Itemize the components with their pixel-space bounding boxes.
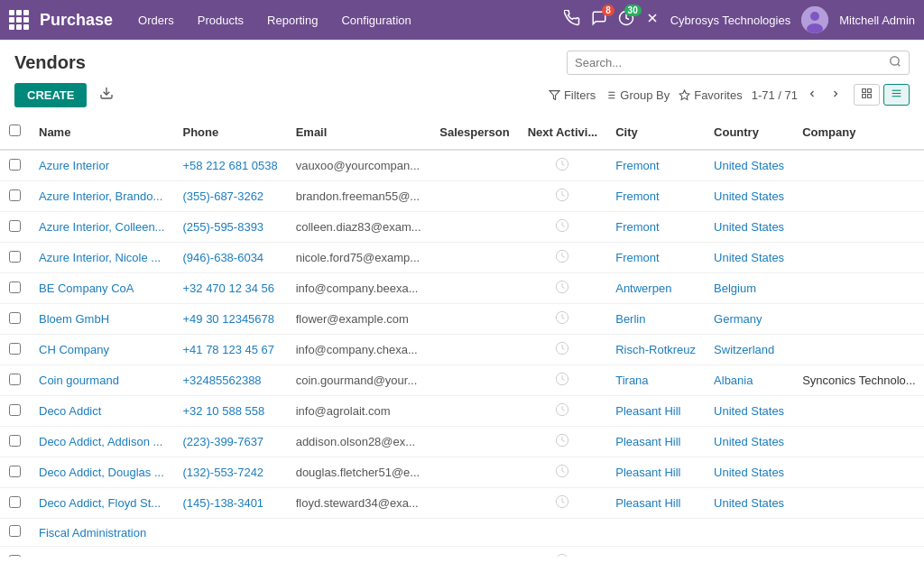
row-checkbox-cell[interactable] bbox=[0, 547, 30, 558]
messages-icon[interactable]: 8 bbox=[591, 10, 607, 30]
vendor-country[interactable]: Switzerland bbox=[705, 335, 793, 365]
col-company[interactable]: Company bbox=[793, 115, 924, 150]
vendor-next-activity[interactable] bbox=[519, 335, 607, 365]
vendor-next-activity[interactable] bbox=[519, 427, 607, 457]
row-checkbox-cell[interactable] bbox=[0, 457, 30, 488]
vendor-name[interactable]: Azure Interior bbox=[30, 150, 173, 181]
vendor-country[interactable]: United States bbox=[705, 243, 793, 273]
vendor-city[interactable]: Antwerpen bbox=[606, 273, 705, 304]
vendor-city[interactable] bbox=[606, 519, 705, 547]
vendor-name[interactable]: BE Company CoA bbox=[30, 273, 173, 304]
vendor-country[interactable]: United States bbox=[705, 150, 793, 181]
row-checkbox[interactable] bbox=[9, 251, 21, 263]
row-checkbox-cell[interactable] bbox=[0, 150, 30, 181]
view-list-button[interactable] bbox=[883, 84, 910, 106]
vendor-city[interactable]: Tirana bbox=[606, 365, 705, 396]
apps-icon[interactable] bbox=[9, 10, 29, 30]
row-checkbox-cell[interactable] bbox=[0, 427, 30, 457]
create-button[interactable]: CREATE bbox=[14, 83, 87, 107]
vendor-phone[interactable]: (946)-638-6034 bbox=[173, 243, 286, 273]
vendor-next-activity[interactable] bbox=[519, 365, 607, 396]
vendor-next-activity[interactable] bbox=[519, 547, 607, 558]
row-checkbox[interactable] bbox=[9, 189, 21, 201]
phone-icon[interactable] bbox=[564, 10, 580, 30]
vendor-name[interactable]: Deco Addict, Douglas ... bbox=[30, 457, 173, 488]
nav-products[interactable]: Products bbox=[187, 8, 254, 32]
vendor-city[interactable]: Risch-Rotkreuz bbox=[606, 335, 705, 365]
vendor-next-activity[interactable] bbox=[519, 304, 607, 335]
vendor-name[interactable]: Deco Addict, Floyd St... bbox=[30, 488, 173, 519]
vendor-city[interactable]: Pleasant Hill bbox=[606, 396, 705, 427]
vendor-next-activity[interactable] bbox=[519, 488, 607, 519]
vendor-city[interactable]: Fremont bbox=[606, 181, 705, 212]
vendor-city[interactable]: Berlin bbox=[606, 304, 705, 335]
row-checkbox-cell[interactable] bbox=[0, 335, 30, 365]
pagination-prev[interactable] bbox=[803, 85, 821, 105]
vendor-country[interactable]: United States bbox=[705, 547, 793, 558]
vendor-country[interactable]: United States bbox=[705, 427, 793, 457]
pagination-next[interactable] bbox=[827, 85, 845, 105]
vendor-phone[interactable]: +41 78 123 45 67 bbox=[173, 335, 286, 365]
row-checkbox[interactable] bbox=[9, 282, 21, 293]
vendor-phone[interactable]: +32 470 12 34 56 bbox=[173, 273, 286, 304]
select-all-checkbox[interactable] bbox=[9, 125, 21, 136]
vendor-city[interactable]: Fremont bbox=[606, 243, 705, 273]
vendor-phone[interactable]: +32485562388 bbox=[173, 365, 286, 396]
col-city[interactable]: City bbox=[606, 115, 705, 150]
vendor-country[interactable]: Belgium bbox=[705, 273, 793, 304]
vendor-phone[interactable]: +49 30 12345678 bbox=[173, 304, 286, 335]
close-icon[interactable] bbox=[645, 11, 660, 29]
row-checkbox[interactable] bbox=[9, 555, 21, 558]
row-checkbox-cell[interactable] bbox=[0, 273, 30, 304]
vendor-name[interactable]: Azure Interior, Brando... bbox=[30, 181, 173, 212]
row-checkbox[interactable] bbox=[9, 404, 21, 416]
row-checkbox[interactable] bbox=[9, 220, 21, 232]
row-checkbox-cell[interactable] bbox=[0, 212, 30, 243]
vendor-city[interactable]: Pleasant Hill bbox=[606, 488, 705, 519]
vendor-next-activity[interactable] bbox=[519, 396, 607, 427]
search-icon[interactable] bbox=[889, 55, 901, 70]
vendor-phone[interactable]: (145)-138-3401 bbox=[173, 488, 286, 519]
vendor-country[interactable]: Germany bbox=[705, 304, 793, 335]
row-checkbox[interactable] bbox=[9, 496, 21, 508]
vendor-phone[interactable]: (132)-553-7242 bbox=[173, 457, 286, 488]
vendor-next-activity[interactable] bbox=[519, 519, 607, 547]
download-button[interactable] bbox=[94, 82, 119, 107]
row-checkbox[interactable] bbox=[9, 312, 21, 324]
row-checkbox-cell[interactable] bbox=[0, 488, 30, 519]
avatar[interactable] bbox=[801, 6, 828, 33]
row-checkbox-cell[interactable] bbox=[0, 365, 30, 396]
vendor-city[interactable]: Fremont bbox=[606, 212, 705, 243]
vendor-country[interactable]: United States bbox=[705, 212, 793, 243]
vendor-name[interactable]: Azure Interior, Colleen... bbox=[30, 212, 173, 243]
row-checkbox-cell[interactable] bbox=[0, 519, 30, 547]
vendor-next-activity[interactable] bbox=[519, 181, 607, 212]
vendor-city[interactable]: Pleasant Hill bbox=[606, 427, 705, 457]
row-checkbox[interactable] bbox=[9, 343, 21, 355]
vendor-phone[interactable]: +1 312 349 2324 bbox=[173, 547, 286, 558]
nav-orders[interactable]: Orders bbox=[127, 8, 185, 32]
activity-icon[interactable]: 30 bbox=[618, 10, 634, 30]
vendor-name[interactable]: Deco Addict bbox=[30, 396, 173, 427]
vendor-country[interactable] bbox=[705, 519, 793, 547]
row-checkbox-cell[interactable] bbox=[0, 304, 30, 335]
vendor-city[interactable]: Fairfield bbox=[606, 547, 705, 558]
row-checkbox-cell[interactable] bbox=[0, 181, 30, 212]
vendor-name[interactable]: CH Company bbox=[30, 335, 173, 365]
vendor-city[interactable]: Pleasant Hill bbox=[606, 457, 705, 488]
col-email[interactable]: Email bbox=[287, 115, 431, 150]
col-salesperson[interactable]: Salesperson bbox=[430, 115, 518, 150]
vendor-next-activity[interactable] bbox=[519, 212, 607, 243]
search-bar[interactable] bbox=[567, 51, 910, 75]
group-by-button[interactable]: Group By bbox=[605, 88, 670, 102]
vendor-country[interactable]: United States bbox=[705, 396, 793, 427]
vendor-name[interactable]: Deco Addict, Addison ... bbox=[30, 427, 173, 457]
col-country[interactable]: Country bbox=[705, 115, 793, 150]
vendor-phone[interactable]: +32 10 588 558 bbox=[173, 396, 286, 427]
vendor-country[interactable]: United States bbox=[705, 181, 793, 212]
vendor-name[interactable]: Bloem GmbH bbox=[30, 304, 173, 335]
vendor-phone[interactable]: (255)-595-8393 bbox=[173, 212, 286, 243]
row-checkbox[interactable] bbox=[9, 466, 21, 477]
vendor-phone[interactable] bbox=[173, 519, 286, 547]
vendor-name[interactable]: Coin gourmand bbox=[30, 365, 173, 396]
